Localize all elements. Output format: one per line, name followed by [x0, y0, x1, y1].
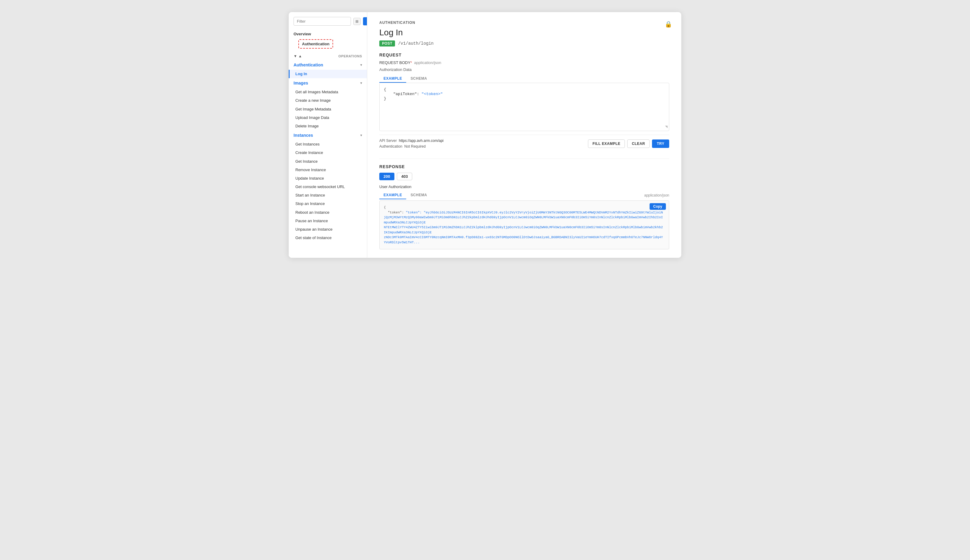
sidebar-section-images[interactable]: Images ▾ [289, 78, 367, 88]
sidebar-item-reboot-instance[interactable]: Reboot an Instance [289, 208, 367, 217]
api-server-info: API Server https://app.avh.arm.com/api A… [379, 138, 444, 150]
operations-label: OPERATIONS [338, 54, 362, 58]
sort-up-icon[interactable]: ▲ [298, 54, 302, 58]
tab-schema[interactable]: SCHEMA [406, 75, 431, 83]
sidebar-section-authentication[interactable]: Authentication ▾ [289, 60, 367, 70]
lock-icon: 🔒 [664, 20, 672, 28]
tab-example[interactable]: EXAMPLE [379, 75, 406, 83]
auth-value: Not Required [404, 144, 426, 148]
code-editor[interactable]: { "apiToken": "<token>" } ◢ [379, 83, 669, 131]
main-content: 🔒 AUTHENTICATION Log In POST /v1/auth/lo… [367, 12, 681, 258]
user-auth-label: User Authorization [379, 185, 669, 189]
overview-label: Overview [289, 29, 367, 38]
request-tabs-row: EXAMPLE SCHEMA [379, 75, 669, 83]
sidebar-item-create-instance[interactable]: Create Instance [289, 148, 367, 157]
response-code-block: Copy { "token": "token": "eyJhbGciOiJSUz… [379, 200, 669, 249]
fill-example-button[interactable]: FILL EXAMPLE [588, 140, 625, 148]
chevron-down-icon: ▾ [360, 63, 362, 67]
request-body-header: REQUEST BODY* application/json [379, 60, 669, 65]
api-server-url: https://app.avh.arm.com/api [399, 138, 444, 143]
required-marker: * [411, 60, 412, 65]
endpoint-path: /v1/auth/login [398, 41, 434, 46]
resize-handle-icon: ◢ [663, 126, 668, 128]
action-buttons: FILL EXAMPLE CLEAR TRY [588, 140, 669, 148]
sort-down-icon[interactable]: ▼ [294, 54, 297, 58]
api-server-label: API Server [379, 138, 397, 143]
api-server-row: API Server https://app.avh.arm.com/api A… [379, 135, 669, 153]
chevron-down-icon-images: ▾ [360, 81, 362, 85]
auth-data-label: Authorization Data [379, 67, 669, 72]
tab-response-example[interactable]: EXAMPLE [379, 192, 406, 199]
sidebar-item-get-state-instance[interactable]: Get state of Instance [289, 234, 367, 242]
sidebar-item-remove-instance[interactable]: Remove Instance [289, 166, 367, 174]
copy-button[interactable]: Copy [649, 203, 666, 210]
sidebar-header: ⊞ Search [289, 12, 367, 29]
sidebar-item-stop-instance[interactable]: Stop an Instance [289, 200, 367, 208]
response-line-2: "token": "token": "eyJhbGciOiJSUzM4NCI6I… [384, 211, 663, 224]
sidebar-section-authentication-title: Authentication [294, 62, 323, 67]
response-codes: 200 403 [379, 173, 669, 180]
chevron-down-icon-instances: ▾ [360, 133, 362, 137]
sidebar-item-update-instance[interactable]: Update Instance [289, 174, 367, 183]
sidebar-item-login[interactable]: Log In [289, 70, 367, 78]
sidebar-item-upload-image[interactable]: Upload Image Data [289, 113, 367, 122]
response-line-3: NTEtMWIlYTY4ZWU4ZTY5Iiwibm9JT1MiOmZhbN1L… [384, 225, 663, 234]
section-tag: AUTHENTICATION [379, 20, 669, 25]
response-tabs: EXAMPLE SCHEMA [379, 192, 431, 199]
sidebar-item-delete-image[interactable]: Delete Image [289, 122, 367, 130]
sidebar-section-instances[interactable]: Instances ▾ [289, 130, 367, 140]
sidebar-item-start-instance[interactable]: Start an Instance [289, 191, 367, 200]
method-path: POST /v1/auth/login [379, 40, 669, 47]
response-line-1: { [384, 206, 386, 209]
sidebar-item-get-image-metadata[interactable]: Get Image Metadata [289, 105, 367, 113]
sidebar-item-pause-instance[interactable]: Pause an Instance [289, 217, 367, 225]
response-line-4: zNDc3MTk0MTAaImV4cCI6MTY0NzcqNmI0MTAxMH0… [384, 235, 663, 244]
sidebar-section-instances-title: Instances [294, 133, 313, 138]
resp-code-403[interactable]: 403 [397, 173, 412, 180]
auth-label: Authentication [379, 144, 402, 148]
sidebar-item-unpause-instance[interactable]: Unpause an Instance [289, 225, 367, 234]
filter-icon-btn[interactable]: ⊞ [353, 18, 361, 25]
method-badge: POST [379, 40, 395, 47]
sidebar: ⊞ Search Overview Authentication ▼ ▲ OPE… [289, 12, 367, 258]
sidebar-item-get-instances[interactable]: Get Instances [289, 140, 367, 148]
divider [379, 158, 669, 159]
response-tabs-row: EXAMPLE SCHEMA application/json [379, 192, 669, 199]
sort-controls: ▼ ▲ OPERATIONS [289, 53, 367, 60]
response-content-type: application/json [644, 193, 669, 197]
auth-badge[interactable]: Authentication [298, 39, 333, 48]
filter-input[interactable] [294, 17, 351, 26]
response-heading: RESPONSE [379, 164, 669, 169]
content-type-label: application/json [414, 60, 441, 65]
tab-response-schema[interactable]: SCHEMA [406, 192, 431, 199]
request-heading: REQUEST [379, 53, 669, 57]
sidebar-item-get-all-images[interactable]: Get all Images Metadata [289, 88, 367, 96]
sidebar-item-create-image[interactable]: Create a new Image [289, 96, 367, 105]
resp-code-200[interactable]: 200 [379, 173, 394, 180]
request-body-label: REQUEST BODY* application/json [379, 60, 441, 65]
sidebar-item-get-console-url[interactable]: Get console websocket URL [289, 183, 367, 191]
endpoint-title: Log In [379, 28, 669, 37]
sidebar-item-get-instance[interactable]: Get Instance [289, 157, 367, 166]
clear-button[interactable]: CLEAR [627, 140, 649, 148]
search-button[interactable]: Search [363, 17, 367, 25]
sidebar-section-images-title: Images [294, 81, 308, 85]
try-button[interactable]: TRY [652, 140, 669, 148]
